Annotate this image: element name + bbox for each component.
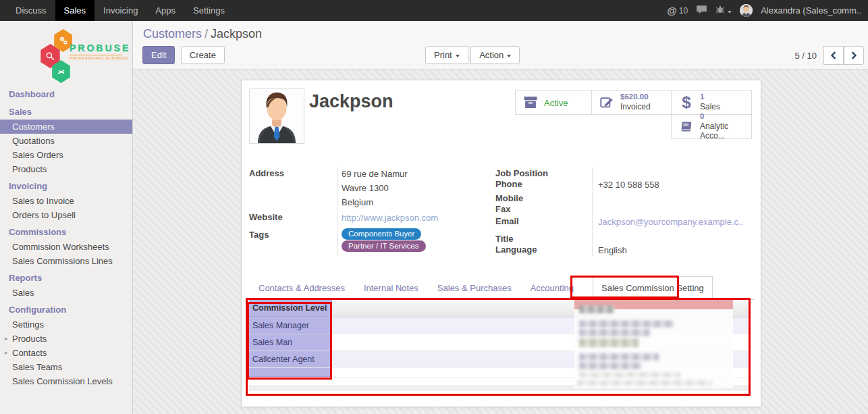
sales-stat-button[interactable]: $ 1 Sales <box>671 90 752 115</box>
sidebar-header-commissions[interactable]: Commissions <box>0 222 132 240</box>
sidebar-header-invoicing[interactable]: Invoicing <box>0 176 132 194</box>
partner-photo[interactable] <box>249 88 304 144</box>
invoiced-stat-button[interactable]: $620.00 Invoiced <box>591 90 672 115</box>
breadcrumb: Customers/Jackpson <box>143 27 262 41</box>
sidebar-item-reports-sales[interactable]: Sales <box>0 286 132 300</box>
user-avatar[interactable] <box>740 4 753 17</box>
nav-apps[interactable]: Apps <box>146 0 184 21</box>
sales-stat-label: Sales <box>700 102 720 111</box>
sidebar-item-config-products[interactable]: ▸Products <box>0 332 132 346</box>
website-label: Website <box>249 212 283 222</box>
address-label: Address <box>249 168 284 178</box>
phone-value[interactable]: +32 10 588 558 <box>598 180 659 190</box>
sidebar-item-customers[interactable]: Customers <box>0 120 132 134</box>
pager-previous-button[interactable] <box>823 46 844 65</box>
pager-next-button[interactable] <box>844 46 864 65</box>
chevron-down-icon <box>728 11 732 14</box>
sidebar-item-settings[interactable]: Settings <box>0 317 132 332</box>
analytic-accounts-stat-button[interactable]: 0 Analytic Acco... <box>671 114 752 139</box>
website-link[interactable]: http://www.jackpson.com <box>342 213 438 223</box>
tag-partner-it-services[interactable]: Partner / IT Services <box>342 240 426 252</box>
sidebar-item-commission-worksheets[interactable]: Commission Worksheets <box>0 240 132 254</box>
commission-level-cell[interactable] <box>249 368 332 377</box>
redacted-block <box>579 353 659 361</box>
phone-label: Phone <box>495 179 522 189</box>
sidebar-item-sales-commission-levels[interactable]: Sales Commission Levels <box>0 374 132 388</box>
expand-arrow-icon[interactable]: ▸ <box>5 334 8 343</box>
logo-title: PROBUSE <box>70 43 122 53</box>
breadcrumb-current: Jackpson <box>211 27 262 41</box>
language-label: Language <box>495 244 537 255</box>
chevron-down-icon <box>507 55 511 57</box>
user-name[interactable]: Alexandra (Sales_comm.. <box>761 5 861 16</box>
tab-internal-notes[interactable]: Internal Notes <box>364 277 418 299</box>
sidebar-header-reports[interactable]: Reports <box>0 268 132 286</box>
sidebar-item-sales-teams[interactable]: Sales Teams <box>0 360 132 374</box>
sidebar-header-sales[interactable]: Sales <box>0 102 132 120</box>
sidebar-item-sales-orders[interactable]: Sales Orders <box>0 148 132 162</box>
redacted-column-overlay <box>574 300 733 388</box>
tab-contacts-addresses[interactable]: Contacts & Addresses <box>259 277 345 299</box>
email-label: Email <box>495 216 519 226</box>
dollar-icon: $ <box>678 93 695 112</box>
main-content: Jackpson Active $620.00 Invoiced $ <box>133 70 868 414</box>
tab-sales-commission-setting[interactable]: Sales Commission Setting <box>593 276 713 300</box>
active-stat-button[interactable]: Active <box>515 90 592 115</box>
sidebar-header-dashboard[interactable]: Dashboard <box>0 84 132 102</box>
app-screen: Discuss Sales Invoicing Apps Settings @ … <box>0 0 868 414</box>
action-dropdown-button[interactable]: Action <box>470 46 520 64</box>
sidebar: PROBUSE PROFESSIONAL BUSINESS Dashboard … <box>0 21 133 414</box>
sidebar-item-orders-to-upsell[interactable]: Orders to Upsell <box>0 208 132 222</box>
analytic-stat-value: 0 <box>700 112 751 122</box>
email-link[interactable]: Jackpson@yourcompany.example.c.. <box>598 217 743 227</box>
address-line-3[interactable]: Belgium <box>342 197 373 207</box>
nav-invoicing[interactable]: Invoicing <box>94 0 146 21</box>
commission-level-cell[interactable]: Sales Man <box>249 334 332 351</box>
invoiced-stat-label: Invoiced <box>620 102 651 111</box>
sidebar-item-sales-to-invoice[interactable]: Sales to Invoice <box>0 194 132 208</box>
invoiced-stat-value: $620.00 <box>620 93 651 102</box>
sidebar-item-sales-commissions-lines[interactable]: Sales Commissions Lines <box>0 254 132 268</box>
mobile-label: Mobile <box>495 193 523 203</box>
top-nav-menu: Discuss Sales Invoicing Apps Settings <box>0 0 234 21</box>
commission-level-cell[interactable]: Sales Manager <box>249 317 332 334</box>
record-pager: 5 / 10 <box>794 46 864 65</box>
redacted-block <box>579 320 674 328</box>
pager-counter: 5 / 10 <box>794 51 817 61</box>
sidebar-item-config-contacts[interactable]: ▸Contacts <box>0 346 132 360</box>
redacted-block <box>577 380 712 386</box>
tab-accounting[interactable]: Accounting <box>531 277 574 299</box>
active-stat-label: Active <box>544 98 568 108</box>
chat-icon[interactable] <box>696 5 707 16</box>
logo-subtitle: PROFESSIONAL BUSINESS <box>70 55 122 60</box>
sidebar-item-products[interactable]: Products <box>0 162 132 176</box>
debug-bug-menu[interactable] <box>715 5 732 16</box>
commission-level-cell[interactable]: Callcenter Agent <box>249 351 332 367</box>
sidebar-item-quotations[interactable]: Quotations <box>0 134 132 148</box>
tag-components-buyer[interactable]: Components Buyer <box>342 228 421 240</box>
tab-sales-purchases[interactable]: Sales & Purchases <box>437 277 512 299</box>
tags-label: Tags <box>249 230 269 240</box>
record-buttons: Edit Create <box>142 46 227 64</box>
breadcrumb-customers-link[interactable]: Customers <box>143 27 202 41</box>
title-label: Title <box>495 234 514 244</box>
address-line-2[interactable]: Wavre 1300 <box>342 183 389 193</box>
address-line-1[interactable]: 69 rue de Namur <box>342 169 408 179</box>
language-value[interactable]: English <box>598 245 627 255</box>
mentions-button[interactable]: @ 10 <box>667 5 688 16</box>
action-buttons: Print Action <box>425 46 519 64</box>
nav-sales[interactable]: Sales <box>55 0 95 21</box>
expand-arrow-icon[interactable]: ▸ <box>5 348 8 357</box>
nav-discuss[interactable]: Discuss <box>7 0 55 21</box>
commission-level-column-header[interactable]: Commission Level <box>249 300 332 317</box>
create-button[interactable]: Create <box>181 46 225 64</box>
job-position-label: Job Position <box>495 168 548 178</box>
edit-button[interactable]: Edit <box>142 46 175 64</box>
sidebar-header-configuration[interactable]: Configuration <box>0 300 132 317</box>
top-nav-right: @ 10 Alexandra (Sales_comm.. <box>667 0 868 21</box>
nav-settings[interactable]: Settings <box>184 0 234 21</box>
redacted-block <box>579 338 639 347</box>
redacted-block <box>579 305 614 313</box>
partner-form-sheet: Jackpson Active $620.00 Invoiced $ <box>241 80 761 407</box>
print-dropdown-button[interactable]: Print <box>425 46 468 64</box>
